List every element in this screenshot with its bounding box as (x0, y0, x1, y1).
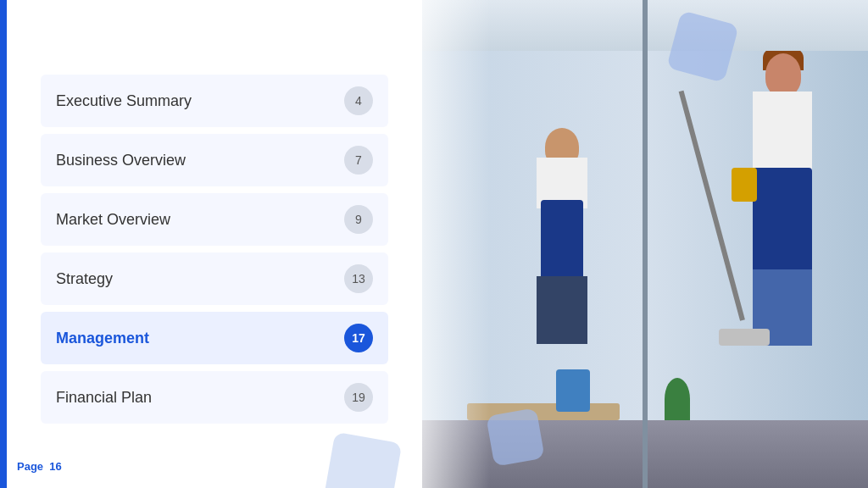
deco-shape-bottom-left (324, 432, 403, 488)
toc-label-business-overview: Business Overview (56, 152, 186, 169)
slide: Executive Summary 4 Business Overview 7 … (0, 0, 868, 488)
worker-right-head (765, 53, 801, 96)
left-panel: Executive Summary 4 Business Overview 7 … (7, 0, 422, 488)
toc-item-strategy[interactable]: Strategy 13 (41, 252, 388, 305)
table-of-contents: Executive Summary 4 Business Overview 7 … (41, 75, 388, 430)
worker-right-shirt (753, 92, 812, 176)
scene-fade-left (422, 0, 490, 488)
mop-head (719, 329, 770, 346)
toc-page-executive-summary: 4 (344, 86, 373, 115)
toc-page-market-overview: 9 (344, 205, 373, 234)
toc-label-market-overview: Market Overview (56, 211, 170, 229)
toc-label-executive-summary: Executive Summary (56, 92, 192, 110)
toc-page-financial-plan: 19 (344, 383, 373, 412)
glass-door (643, 0, 648, 488)
scene-image (422, 0, 868, 488)
office-plant (665, 378, 690, 420)
toc-page-business-overview: 7 (344, 146, 373, 175)
worker-left-pants (537, 276, 587, 344)
page-number-value: 16 (49, 460, 61, 473)
toc-page-management: 17 (344, 324, 373, 352)
toc-page-strategy: 13 (344, 264, 373, 293)
left-accent-bar (0, 0, 7, 488)
toc-item-business-overview[interactable]: Business Overview 7 (41, 134, 388, 186)
page-label: Page (17, 460, 43, 473)
toc-label-financial-plan: Financial Plan (56, 389, 152, 407)
worker-right-gloves (732, 168, 757, 202)
worker-right-apron (753, 168, 812, 278)
worker-right (719, 49, 846, 346)
right-panel (422, 0, 868, 488)
worker-left (511, 73, 613, 344)
office-chair (556, 369, 590, 412)
toc-label-management: Management (56, 330, 149, 347)
page-number: Page 16 (17, 460, 62, 473)
toc-label-strategy: Strategy (56, 270, 113, 288)
toc-item-financial-plan[interactable]: Financial Plan 19 (41, 371, 388, 424)
deco-shape-bottom-right (486, 408, 545, 467)
toc-item-management[interactable]: Management 17 (41, 312, 388, 364)
toc-item-executive-summary[interactable]: Executive Summary 4 (41, 75, 388, 127)
toc-item-market-overview[interactable]: Market Overview 9 (41, 193, 388, 246)
